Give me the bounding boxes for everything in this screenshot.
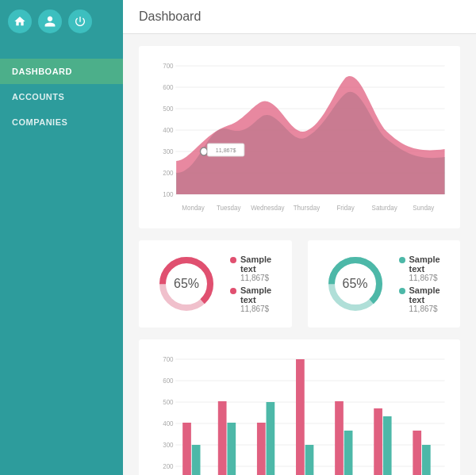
svg-text:700: 700 <box>163 62 174 71</box>
svg-rect-59 <box>374 408 382 475</box>
sidebar: DASHBOARD ACCOUNTS COMPANIES <box>0 0 123 475</box>
svg-text:400: 400 <box>163 419 174 428</box>
sidebar-item-companies[interactable]: COMPANIES <box>0 109 123 135</box>
donut-card-1: 65% Sample text 11,867$ Sample text <box>139 240 292 328</box>
sidebar-item-dashboard[interactable]: DASHBOARD <box>0 59 123 84</box>
legend-item-2b: Sample text 11,867$ <box>399 285 445 313</box>
svg-point-21 <box>201 147 208 155</box>
donut-section: 65% Sample text 11,867$ Sample text <box>139 240 460 328</box>
legend-label-1a: Sample text <box>240 255 276 274</box>
bar-chart-card: 700 600 500 400 300 200 100 Monday Tuesd… <box>139 339 460 475</box>
svg-rect-54 <box>267 402 275 475</box>
svg-rect-57 <box>335 401 344 475</box>
legend-label-2b: Sample text <box>409 285 445 305</box>
svg-rect-51 <box>218 401 227 475</box>
svg-text:Monday: Monday <box>182 204 205 213</box>
main-content: Dashboard 700 600 500 400 <box>123 0 476 475</box>
sidebar-icon-row <box>0 0 123 43</box>
legend-label-1b: Sample text <box>240 285 276 305</box>
svg-text:300: 300 <box>163 441 174 450</box>
home-icon <box>13 15 26 28</box>
user-icon <box>44 15 56 28</box>
svg-text:Thursday: Thursday <box>294 204 321 213</box>
legend-val1-1b: 11,867$ <box>240 305 276 313</box>
svg-text:700: 700 <box>163 355 174 364</box>
bar-chart: 700 600 500 400 300 200 100 Monday Tuesd… <box>151 351 448 475</box>
legend-item-1a: Sample text 11,867$ <box>230 255 276 282</box>
legend-dot-1b <box>230 288 236 294</box>
legend-val1-2a: 11,867$ <box>409 274 445 282</box>
svg-rect-62 <box>422 445 431 475</box>
page-title: Dashboard <box>139 10 201 23</box>
legend-label-2a: Sample text <box>409 255 445 274</box>
svg-text:Saturday: Saturday <box>372 204 398 213</box>
legend-item-2a: Sample text 11,867$ <box>399 255 445 282</box>
svg-text:Tuesday: Tuesday <box>217 204 241 213</box>
svg-text:11,867$: 11,867$ <box>216 147 237 154</box>
svg-rect-52 <box>227 423 236 475</box>
donut-card-2: 65% Sample text 11,867$ Sample text <box>308 240 461 328</box>
legend-val1-2b: 11,867$ <box>409 305 445 313</box>
page-header: Dashboard <box>123 0 476 34</box>
svg-text:200: 200 <box>163 169 174 178</box>
legend-text-1a: Sample text 11,867$ <box>240 255 276 282</box>
svg-text:600: 600 <box>163 377 174 385</box>
home-button[interactable] <box>8 10 32 33</box>
svg-rect-61 <box>413 431 421 475</box>
legend-text-1b: Sample text 11,867$ <box>240 285 276 313</box>
sidebar-item-accounts[interactable]: ACCOUNTS <box>0 84 123 109</box>
donut-legend-2: Sample text 11,867$ Sample text 11,867$ <box>399 255 445 313</box>
legend-dot-2a <box>399 257 405 263</box>
legend-val1-1a: 11,867$ <box>240 274 276 282</box>
svg-text:400: 400 <box>163 126 174 135</box>
svg-text:100: 100 <box>163 190 174 199</box>
svg-rect-55 <box>296 359 305 475</box>
user-button[interactable] <box>38 10 62 33</box>
area-chart: 700 600 500 400 300 200 100 Monday Tuesd… <box>151 58 448 216</box>
bar-chart-svg: 700 600 500 400 300 200 100 Monday Tuesd… <box>151 351 448 475</box>
legend-item-1b: Sample text 11,867$ <box>230 285 276 313</box>
power-icon <box>74 15 86 28</box>
legend-dot-2b <box>399 288 405 294</box>
svg-rect-50 <box>192 445 201 475</box>
svg-text:600: 600 <box>163 83 174 92</box>
donut-chart-1: 65% <box>155 252 218 316</box>
power-button[interactable] <box>68 10 92 33</box>
donut-legend-1: Sample text 11,867$ Sample text 11,867$ <box>230 255 276 313</box>
donut-chart-2: 65% <box>324 252 387 316</box>
svg-text:Wednesday: Wednesday <box>251 204 285 213</box>
svg-rect-60 <box>383 416 392 475</box>
svg-rect-58 <box>344 431 353 475</box>
svg-text:300: 300 <box>163 147 174 156</box>
svg-text:500: 500 <box>163 398 174 407</box>
dashboard-body: 700 600 500 400 300 200 100 Monday Tuesd… <box>123 34 476 475</box>
donut-percent-1: 65% <box>174 277 199 291</box>
legend-text-2b: Sample text 11,867$ <box>409 285 445 313</box>
svg-text:200: 200 <box>163 462 174 471</box>
sidebar-navigation: DASHBOARD ACCOUNTS COMPANIES <box>0 59 123 135</box>
legend-text-2a: Sample text 11,867$ <box>409 255 445 282</box>
svg-rect-56 <box>305 445 314 475</box>
svg-rect-53 <box>257 423 266 475</box>
legend-dot-1a <box>230 257 236 263</box>
svg-text:500: 500 <box>163 105 174 113</box>
area-chart-card: 700 600 500 400 300 200 100 Monday Tuesd… <box>139 46 460 228</box>
donut-percent-2: 65% <box>342 277 367 291</box>
area-chart-svg: 700 600 500 400 300 200 100 Monday Tuesd… <box>151 58 448 216</box>
svg-text:Sunday: Sunday <box>413 204 435 213</box>
svg-rect-49 <box>182 423 191 475</box>
svg-text:Friday: Friday <box>336 204 355 213</box>
